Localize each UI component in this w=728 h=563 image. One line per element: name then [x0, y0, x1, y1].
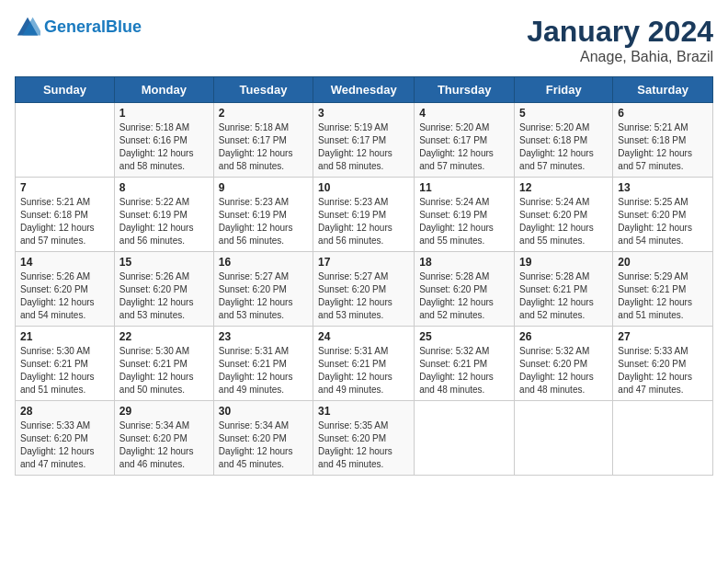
calendar-cell: [415, 401, 515, 476]
logo-text-line1: GeneralBlue: [44, 18, 142, 37]
header-cell-friday: Friday: [515, 77, 613, 103]
calendar-body: 1Sunrise: 5:18 AM Sunset: 6:16 PM Daylig…: [16, 103, 713, 476]
calendar-week-4: 28Sunrise: 5:33 AM Sunset: 6:20 PM Dayli…: [16, 401, 713, 476]
calendar-cell: 10Sunrise: 5:23 AM Sunset: 6:19 PM Dayli…: [313, 178, 415, 252]
calendar-cell: 26Sunrise: 5:32 AM Sunset: 6:20 PM Dayli…: [515, 327, 613, 401]
calendar-header: SundayMondayTuesdayWednesdayThursdayFrid…: [16, 77, 713, 103]
calendar-cell: 6Sunrise: 5:21 AM Sunset: 6:18 PM Daylig…: [613, 103, 713, 178]
day-info: Sunrise: 5:20 AM Sunset: 6:18 PM Dayligh…: [519, 121, 608, 173]
calendar-cell: 16Sunrise: 5:27 AM Sunset: 6:20 PM Dayli…: [213, 252, 313, 327]
day-number: 7: [20, 181, 109, 194]
logo: GeneralBlue: [15, 15, 142, 40]
day-number: 19: [519, 256, 608, 269]
day-info: Sunrise: 5:23 AM Sunset: 6:19 PM Dayligh…: [318, 196, 409, 247]
calendar-title: January 2024: [527, 15, 713, 49]
day-info: Sunrise: 5:30 AM Sunset: 6:21 PM Dayligh…: [119, 345, 209, 396]
day-info: Sunrise: 5:24 AM Sunset: 6:19 PM Dayligh…: [419, 196, 509, 247]
day-number: 31: [318, 405, 409, 418]
calendar-cell: 29Sunrise: 5:34 AM Sunset: 6:20 PM Dayli…: [114, 401, 213, 476]
day-info: Sunrise: 5:32 AM Sunset: 6:21 PM Dayligh…: [419, 345, 509, 396]
day-info: Sunrise: 5:34 AM Sunset: 6:20 PM Dayligh…: [119, 419, 209, 471]
day-info: Sunrise: 5:34 AM Sunset: 6:20 PM Dayligh…: [219, 419, 308, 471]
calendar-cell: 28Sunrise: 5:33 AM Sunset: 6:20 PM Dayli…: [16, 401, 115, 476]
day-number: 28: [20, 405, 109, 418]
calendar-cell: 9Sunrise: 5:23 AM Sunset: 6:19 PM Daylig…: [213, 178, 313, 252]
calendar-week-0: 1Sunrise: 5:18 AM Sunset: 6:16 PM Daylig…: [16, 103, 713, 178]
calendar-cell: 27Sunrise: 5:33 AM Sunset: 6:20 PM Dayli…: [613, 327, 713, 401]
calendar-cell: [515, 401, 613, 476]
day-number: 3: [318, 107, 409, 120]
day-number: 26: [519, 330, 608, 343]
day-number: 30: [219, 405, 308, 418]
calendar-cell: 5Sunrise: 5:20 AM Sunset: 6:18 PM Daylig…: [515, 103, 613, 178]
day-info: Sunrise: 5:31 AM Sunset: 6:21 PM Dayligh…: [219, 345, 308, 396]
calendar-cell: 15Sunrise: 5:26 AM Sunset: 6:20 PM Dayli…: [114, 252, 213, 327]
day-number: 29: [119, 405, 209, 418]
day-number: 4: [419, 107, 509, 120]
calendar-cell: 20Sunrise: 5:29 AM Sunset: 6:21 PM Dayli…: [613, 252, 713, 327]
day-number: 14: [20, 256, 109, 269]
day-info: Sunrise: 5:28 AM Sunset: 6:21 PM Dayligh…: [519, 270, 608, 322]
day-number: 22: [119, 330, 209, 343]
calendar-cell: 21Sunrise: 5:30 AM Sunset: 6:21 PM Dayli…: [16, 327, 115, 401]
day-info: Sunrise: 5:21 AM Sunset: 6:18 PM Dayligh…: [618, 121, 708, 173]
calendar-cell: 13Sunrise: 5:25 AM Sunset: 6:20 PM Dayli…: [613, 178, 713, 252]
calendar-cell: 2Sunrise: 5:18 AM Sunset: 6:17 PM Daylig…: [213, 103, 313, 178]
calendar-week-3: 21Sunrise: 5:30 AM Sunset: 6:21 PM Dayli…: [16, 327, 713, 401]
page-header: GeneralBlue January 2024 Anage, Bahia, B…: [15, 15, 713, 65]
day-number: 1: [119, 107, 209, 120]
day-info: Sunrise: 5:31 AM Sunset: 6:21 PM Dayligh…: [318, 345, 409, 396]
day-number: 12: [519, 181, 608, 194]
day-number: 17: [318, 256, 409, 269]
calendar-week-1: 7Sunrise: 5:21 AM Sunset: 6:18 PM Daylig…: [16, 178, 713, 252]
day-number: 13: [618, 181, 708, 194]
calendar-cell: 31Sunrise: 5:35 AM Sunset: 6:20 PM Dayli…: [313, 401, 415, 476]
calendar-cell: 3Sunrise: 5:19 AM Sunset: 6:17 PM Daylig…: [313, 103, 415, 178]
day-number: 6: [618, 107, 708, 120]
day-info: Sunrise: 5:27 AM Sunset: 6:20 PM Dayligh…: [318, 270, 409, 322]
logo-icon: [15, 15, 40, 40]
calendar-cell: 18Sunrise: 5:28 AM Sunset: 6:20 PM Dayli…: [415, 252, 515, 327]
day-info: Sunrise: 5:28 AM Sunset: 6:20 PM Dayligh…: [419, 270, 509, 322]
calendar-cell: 1Sunrise: 5:18 AM Sunset: 6:16 PM Daylig…: [114, 103, 213, 178]
header-cell-thursday: Thursday: [415, 77, 515, 103]
calendar-cell: [16, 103, 115, 178]
day-number: 5: [519, 107, 608, 120]
day-info: Sunrise: 5:21 AM Sunset: 6:18 PM Dayligh…: [20, 196, 109, 247]
header-row: SundayMondayTuesdayWednesdayThursdayFrid…: [16, 77, 713, 103]
calendar-cell: 25Sunrise: 5:32 AM Sunset: 6:21 PM Dayli…: [415, 327, 515, 401]
day-number: 23: [219, 330, 308, 343]
day-info: Sunrise: 5:26 AM Sunset: 6:20 PM Dayligh…: [20, 270, 109, 322]
calendar-cell: [613, 401, 713, 476]
header-cell-tuesday: Tuesday: [213, 77, 313, 103]
calendar-cell: 14Sunrise: 5:26 AM Sunset: 6:20 PM Dayli…: [16, 252, 115, 327]
day-number: 9: [219, 181, 308, 194]
day-info: Sunrise: 5:22 AM Sunset: 6:19 PM Dayligh…: [119, 196, 209, 247]
day-info: Sunrise: 5:30 AM Sunset: 6:21 PM Dayligh…: [20, 345, 109, 396]
day-info: Sunrise: 5:26 AM Sunset: 6:20 PM Dayligh…: [119, 270, 209, 322]
day-info: Sunrise: 5:29 AM Sunset: 6:21 PM Dayligh…: [618, 270, 708, 322]
day-number: 18: [419, 256, 509, 269]
calendar-subtitle: Anage, Bahia, Brazil: [527, 49, 713, 65]
calendar-cell: 22Sunrise: 5:30 AM Sunset: 6:21 PM Dayli…: [114, 327, 213, 401]
calendar-cell: 19Sunrise: 5:28 AM Sunset: 6:21 PM Dayli…: [515, 252, 613, 327]
calendar-cell: 11Sunrise: 5:24 AM Sunset: 6:19 PM Dayli…: [415, 178, 515, 252]
day-info: Sunrise: 5:18 AM Sunset: 6:17 PM Dayligh…: [219, 121, 308, 173]
day-info: Sunrise: 5:19 AM Sunset: 6:17 PM Dayligh…: [318, 121, 409, 173]
day-number: 27: [618, 330, 708, 343]
calendar-cell: 4Sunrise: 5:20 AM Sunset: 6:17 PM Daylig…: [415, 103, 515, 178]
day-info: Sunrise: 5:23 AM Sunset: 6:19 PM Dayligh…: [219, 196, 308, 247]
day-number: 25: [419, 330, 509, 343]
day-info: Sunrise: 5:32 AM Sunset: 6:20 PM Dayligh…: [519, 345, 608, 396]
day-number: 8: [119, 181, 209, 194]
day-number: 11: [419, 181, 509, 194]
day-number: 20: [618, 256, 708, 269]
day-number: 10: [318, 181, 409, 194]
title-block: January 2024 Anage, Bahia, Brazil: [527, 15, 713, 65]
day-number: 16: [219, 256, 308, 269]
header-cell-saturday: Saturday: [613, 77, 713, 103]
day-info: Sunrise: 5:25 AM Sunset: 6:20 PM Dayligh…: [618, 196, 708, 247]
calendar-cell: 17Sunrise: 5:27 AM Sunset: 6:20 PM Dayli…: [313, 252, 415, 327]
calendar-week-2: 14Sunrise: 5:26 AM Sunset: 6:20 PM Dayli…: [16, 252, 713, 327]
calendar-cell: 12Sunrise: 5:24 AM Sunset: 6:20 PM Dayli…: [515, 178, 613, 252]
